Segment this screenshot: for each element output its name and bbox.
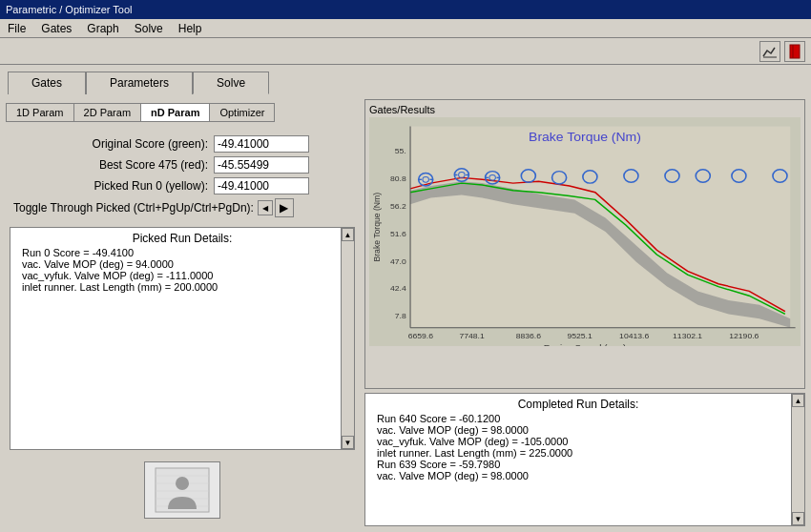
completed-scroll-down[interactable]: ▼ — [792, 512, 804, 525]
completed-line-3: inlet runner. Last Length (mm) = 225.000… — [369, 447, 787, 459]
menu-gates[interactable]: Gates — [37, 21, 75, 36]
scroll-thumb — [342, 241, 354, 436]
picked-run-label: Picked Run 0 (yellow): — [13, 179, 214, 193]
image-placeholder-wrapper — [6, 454, 359, 526]
sub-tab-nd[interactable]: nD Param — [141, 104, 210, 121]
main-area: Gates Parameters Solve 1D Param 2D Param… — [0, 65, 811, 532]
menu-solve[interactable]: Solve — [131, 21, 167, 36]
completed-scroll-up[interactable]: ▲ — [792, 394, 804, 407]
toolbar — [0, 38, 811, 65]
svg-text:6659.6: 6659.6 — [408, 333, 434, 340]
completed-scroll-thumb — [792, 407, 804, 512]
svg-text:80.8: 80.8 — [390, 175, 406, 183]
tab-parameters[interactable]: Parameters — [86, 72, 193, 94]
svg-text:7748.1: 7748.1 — [459, 333, 485, 340]
chart-container: Gates/Results Brake Torque (Nm) Brake T — [364, 99, 805, 389]
toggle-row: Toggle Through Picked (Ctrl+PgUp/Ctrl+Pg… — [13, 196, 351, 219]
sub-tabs-wrapper: 1D Param 2D Param nD Param Optimizer — [6, 99, 359, 126]
original-score-label: Original Score (green): — [13, 137, 214, 151]
chart-svg: Brake Torque (Nm) Brake Torque (Nm) 55. … — [369, 117, 801, 346]
details-scrollbar[interactable]: ▲ ▼ — [341, 228, 354, 449]
toggle-prev-btn[interactable]: ◀ — [258, 200, 273, 215]
svg-text:10413.6: 10413.6 — [619, 333, 650, 340]
svg-text:56.2: 56.2 — [390, 202, 406, 210]
completed-line-2: vac_vyfuk. Valve MOP (deg) = -105.0000 — [369, 436, 787, 447]
svg-text:55.: 55. — [395, 148, 406, 155]
menu-help[interactable]: Help — [175, 21, 206, 36]
left-bottom: Picked Run Details: Run 0 Score = -49.41… — [6, 227, 359, 526]
svg-text:9525.1: 9525.1 — [567, 333, 593, 340]
completed-line-0: Run 640 Score = -60.1200 — [369, 413, 787, 424]
picked-run-line-1: vac. Valve MOP (deg) = 94.0000 — [14, 258, 350, 270]
original-score-row: Original Score (green): — [13, 133, 351, 154]
completed-line-1: vac. Valve MOP (deg) = 98.0000 — [369, 424, 787, 436]
title-text: Parametric / Optimizer Tool — [6, 4, 132, 15]
svg-text:11302.1: 11302.1 — [673, 333, 703, 340]
toggle-label: Toggle Through Picked (Ctrl+PgUp/Ctrl+Pg… — [13, 201, 258, 215]
right-panel: Gates/Results Brake Torque (Nm) Brake T — [364, 99, 805, 526]
svg-text:Brake Torque (Nm): Brake Torque (Nm) — [371, 193, 382, 262]
graph-toolbar-btn[interactable] — [759, 41, 780, 62]
line-chart-icon — [762, 45, 778, 58]
original-score-input[interactable] — [214, 135, 309, 153]
chart-inner: Brake Torque (Nm) Brake Torque (Nm) 55. … — [369, 117, 801, 346]
sub-tab-1d[interactable]: 1D Param — [7, 104, 74, 121]
book-icon — [788, 44, 801, 59]
svg-rect-1 — [790, 45, 800, 58]
image-placeholder — [144, 461, 220, 519]
tabs-row: Gates Parameters Solve — [0, 65, 811, 93]
menu-file[interactable]: File — [4, 21, 30, 36]
picked-run-line-3: inlet runner. Last Length (mm) = 200.000… — [14, 281, 350, 293]
menu-graph[interactable]: Graph — [83, 21, 122, 36]
svg-point-9 — [176, 477, 189, 490]
best-score-label: Best Score 475 (red): — [13, 158, 214, 172]
picked-run-details-box: Picked Run Details: Run 0 Score = -49.41… — [10, 227, 355, 450]
book-toolbar-btn[interactable] — [784, 41, 805, 62]
scroll-down-arrow[interactable]: ▼ — [342, 436, 354, 449]
svg-text:Engine Speed (rpm): Engine Speed (rpm) — [544, 343, 626, 346]
left-panel: 1D Param 2D Param nD Param Optimizer Ori… — [6, 99, 359, 526]
completed-line-5: vac. Valve MOP (deg) = 98.0000 — [369, 470, 787, 481]
svg-text:7.8: 7.8 — [395, 313, 406, 320]
best-score-input[interactable] — [214, 156, 309, 174]
title-bar: Parametric / Optimizer Tool — [0, 0, 811, 19]
svg-text:42.4: 42.4 — [390, 285, 406, 293]
picked-run-input[interactable] — [214, 177, 309, 194]
svg-text:8836.6: 8836.6 — [516, 333, 542, 340]
picked-run-line-2: vac_vyfuk. Valve MOP (deg) = -111.0000 — [14, 270, 350, 281]
completed-scrollbar[interactable]: ▲ ▼ — [791, 394, 804, 525]
sub-tab-optimizer[interactable]: Optimizer — [210, 104, 274, 121]
completed-run-details-box: Completed Run Details: Run 640 Score = -… — [364, 393, 805, 526]
best-score-row: Best Score 475 (red): — [13, 154, 351, 175]
picked-run-line-0: Run 0 Score = -49.4100 — [14, 247, 350, 258]
svg-text:51.6: 51.6 — [390, 230, 406, 237]
svg-text:12190.6: 12190.6 — [729, 333, 759, 340]
completed-line-4: Run 639 Score = -59.7980 — [369, 459, 787, 470]
svg-text:47.0: 47.0 — [390, 257, 406, 265]
picked-run-details-title: Picked Run Details: — [14, 232, 350, 245]
tab-gates[interactable]: Gates — [8, 72, 86, 94]
tab-solve[interactable]: Solve — [193, 72, 269, 94]
fields-section: Original Score (green): Best Score 475 (… — [6, 130, 359, 223]
chart-section-title: Gates/Results — [369, 104, 801, 115]
placeholder-graphic — [154, 466, 211, 514]
picked-run-row: Picked Run 0 (yellow): — [13, 175, 351, 196]
content-area: 1D Param 2D Param nD Param Optimizer Ori… — [0, 93, 811, 532]
completed-run-title: Completed Run Details: — [369, 398, 787, 411]
scroll-up-arrow[interactable]: ▲ — [342, 228, 354, 241]
menu-bar: File Gates Graph Solve Help — [0, 19, 811, 38]
toggle-play-btn[interactable]: ▶ — [275, 198, 294, 217]
sub-tabs: 1D Param 2D Param nD Param Optimizer — [6, 103, 275, 122]
sub-tab-2d[interactable]: 2D Param — [74, 104, 142, 121]
chart-title-text: Brake Torque (Nm) — [529, 131, 641, 144]
